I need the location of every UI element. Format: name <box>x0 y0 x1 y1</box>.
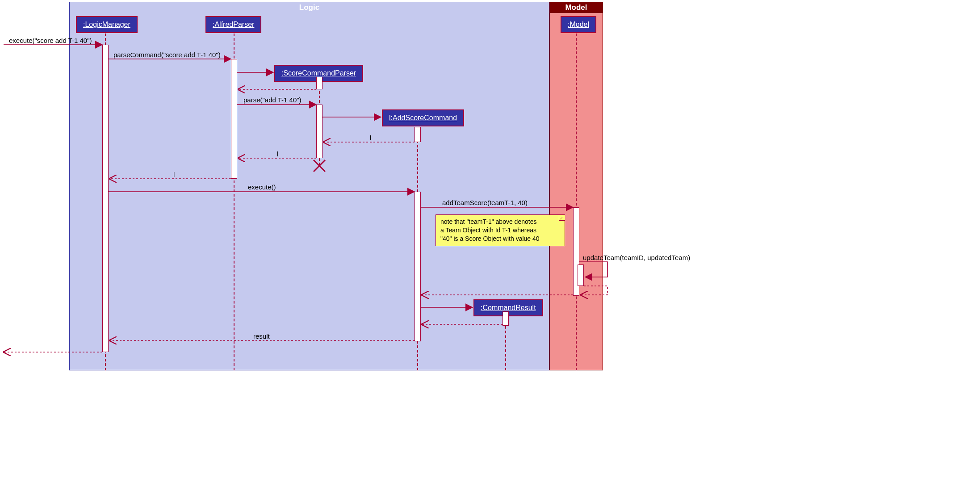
msg-result: result <box>253 332 270 340</box>
asc-act1 <box>415 127 421 142</box>
ap-act <box>231 59 237 179</box>
logic-frame-title: Logic <box>70 2 549 13</box>
m-act2 <box>578 264 584 286</box>
cr-act <box>503 311 509 326</box>
m-lifeline <box>576 34 577 370</box>
note-fold-icon <box>559 214 565 221</box>
alfred-parser-head: :AlfredParser <box>205 16 261 33</box>
msg-ret-l3: l <box>173 171 175 178</box>
add-score-cmd-head: l:AddScoreCommand <box>382 109 464 126</box>
msg-execute: execute() <box>248 183 276 191</box>
msg-ret-l1: l <box>370 134 371 142</box>
asc-act2 <box>415 192 421 341</box>
lm-act <box>102 45 109 352</box>
note-team: note that "teamT-1" above denotes a Team… <box>436 214 565 246</box>
model-head: :Model <box>561 16 596 33</box>
msg-addteamscore: addTeamScore(teamT-1, 40) <box>442 199 528 206</box>
model-frame-title: Model <box>550 2 603 13</box>
scp-act1 <box>316 77 322 89</box>
scp-act2 <box>316 105 322 158</box>
logic-manager-head: :LogicManager <box>76 16 138 33</box>
msg-updateteam: updateTeam(teamID, updatedTeam) <box>583 254 690 261</box>
msg-parse-cmd: parseCommand("score add T-1 40") <box>113 51 221 59</box>
msg-execute-in: execute("score add T-1 40") <box>9 37 92 44</box>
msg-ret-l2: l <box>277 150 278 158</box>
msg-parse: parse("add T-1 40") <box>243 96 302 104</box>
